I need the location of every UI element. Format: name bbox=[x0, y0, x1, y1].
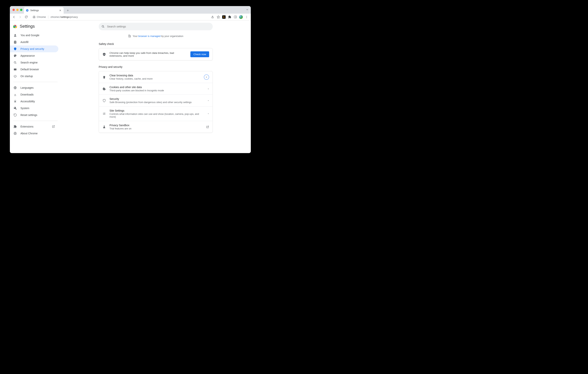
shield-icon bbox=[13, 47, 17, 51]
separator bbox=[48, 16, 48, 19]
sidebar-item-label: Default browser bbox=[21, 68, 39, 71]
section-title: Privacy and security bbox=[99, 65, 213, 68]
sidebar-item-label: Search engine bbox=[21, 61, 38, 64]
svg-point-22 bbox=[104, 114, 104, 114]
privacy-section: Privacy and security Clear browsing data… bbox=[99, 65, 213, 133]
chevron-right-icon[interactable] bbox=[204, 75, 209, 80]
flask-icon bbox=[102, 125, 106, 129]
svg-point-18 bbox=[102, 25, 104, 27]
browser-icon bbox=[13, 68, 17, 71]
row-privacy-sandbox[interactable]: Privacy Sandbox Trial features are on bbox=[99, 121, 212, 133]
bookmark-button[interactable] bbox=[216, 14, 221, 20]
extensions-button[interactable] bbox=[227, 14, 232, 20]
building-icon bbox=[128, 34, 131, 38]
svg-rect-20 bbox=[130, 36, 131, 37]
chevron-right-icon bbox=[208, 88, 209, 90]
brand: Settings bbox=[10, 22, 61, 32]
row-clear-browsing-data[interactable]: Clear browsing data Clear history, cooki… bbox=[99, 71, 212, 83]
cookie-icon bbox=[102, 87, 106, 91]
open-external-icon bbox=[206, 125, 209, 128]
sidebar-item-extensions[interactable]: Extensions bbox=[10, 123, 58, 130]
profile-button[interactable] bbox=[238, 14, 244, 20]
sidebar-item-privacy-security[interactable]: Privacy and security bbox=[10, 45, 58, 52]
nav-list-primary: You and Google Autofill Privacy and secu… bbox=[10, 32, 61, 80]
sidebar-item-label: On startup bbox=[21, 75, 33, 78]
sidebar-item-accessibility[interactable]: Accessibility bbox=[10, 98, 58, 105]
sidebar-item-label: Privacy and security bbox=[21, 47, 44, 50]
power-icon bbox=[13, 75, 17, 78]
tab-title: Settings bbox=[30, 9, 39, 12]
divider bbox=[13, 82, 58, 82]
wrench-icon bbox=[13, 107, 17, 110]
gear-icon bbox=[26, 9, 29, 12]
sidebar-item-appearance[interactable]: Appearance bbox=[10, 52, 58, 59]
sidebar-item-search-engine[interactable]: Search engine bbox=[10, 59, 58, 66]
tab-search-button[interactable] bbox=[246, 8, 249, 11]
sidebar-item-on-startup[interactable]: On startup bbox=[10, 73, 58, 80]
svg-rect-19 bbox=[129, 35, 130, 37]
sidebar-item-label: Downloads bbox=[21, 93, 33, 96]
sidebar-item-downloads[interactable]: Downloads bbox=[10, 91, 58, 98]
managed-link[interactable]: browser is managed bbox=[138, 35, 160, 38]
svg-rect-3 bbox=[234, 16, 237, 18]
sidebar-item-label: About Chrome bbox=[21, 132, 38, 135]
sidebar-item-autofill[interactable]: Autofill bbox=[10, 39, 58, 45]
download-icon bbox=[13, 93, 17, 96]
row-site-settings[interactable]: Site Settings Controls what information … bbox=[99, 106, 212, 121]
section-title: Safety check bbox=[99, 43, 213, 45]
divider bbox=[13, 121, 58, 121]
search-settings[interactable] bbox=[99, 23, 213, 30]
share-button[interactable] bbox=[210, 14, 215, 20]
svg-rect-13 bbox=[14, 68, 16, 69]
search-input[interactable] bbox=[107, 25, 210, 28]
svg-point-15 bbox=[15, 100, 16, 101]
browser-tab[interactable]: Settings bbox=[24, 7, 64, 14]
forward-button[interactable] bbox=[17, 14, 23, 20]
svg-point-5 bbox=[246, 17, 247, 17]
nav-list-footer: Extensions About Chrome bbox=[10, 123, 61, 137]
chrome-logo-icon bbox=[13, 24, 17, 28]
sidebar-item-default-browser[interactable]: Default browser bbox=[10, 66, 58, 73]
svg-point-1 bbox=[33, 16, 35, 18]
reload-button[interactable] bbox=[23, 14, 29, 20]
sidebar-item-you-and-google[interactable]: You and Google bbox=[10, 32, 58, 39]
sidebar-item-system[interactable]: System bbox=[10, 105, 58, 112]
tab-strip: Settings bbox=[10, 6, 251, 14]
back-button[interactable] bbox=[11, 14, 17, 20]
browser-window: Settings Chrome chr bbox=[10, 6, 251, 153]
row-text: Clear browsing data Clear history, cooki… bbox=[109, 74, 200, 80]
close-tab-button[interactable] bbox=[59, 9, 62, 12]
trash-icon bbox=[102, 75, 106, 79]
safety-text: Chrome can help keep you safe from data … bbox=[109, 52, 187, 57]
site-chip: Chrome bbox=[32, 16, 46, 19]
chevron-right-icon bbox=[208, 100, 209, 101]
sidebar: Settings You and Google Autofill Privacy… bbox=[10, 21, 61, 153]
maximize-window-button[interactable] bbox=[20, 9, 22, 11]
shield-icon bbox=[102, 99, 106, 102]
palette-icon bbox=[13, 54, 17, 57]
close-window-button[interactable] bbox=[12, 9, 15, 11]
restore-icon bbox=[13, 113, 17, 117]
row-cookies[interactable]: Cookies and other site data Third-party … bbox=[99, 83, 212, 95]
sidebar-item-label: System bbox=[21, 107, 29, 110]
page-title: Settings bbox=[20, 24, 35, 29]
row-text: Site Settings Controls what information … bbox=[109, 109, 204, 118]
row-text: Cookies and other site data Third-party … bbox=[109, 86, 204, 92]
address-bar[interactable]: Chrome chrome://settings/privacy bbox=[31, 14, 207, 20]
sidebar-item-label: Extensions bbox=[21, 125, 33, 128]
sidebar-item-about[interactable]: About Chrome bbox=[10, 130, 58, 137]
managed-banner: Your browser is managed by your organiza… bbox=[128, 34, 183, 38]
svg-point-21 bbox=[104, 113, 105, 113]
minimize-window-button[interactable] bbox=[16, 9, 19, 11]
svg-point-4 bbox=[246, 16, 247, 16]
extension-k-icon[interactable]: k bbox=[221, 14, 227, 20]
sidebar-item-reset[interactable]: Reset settings bbox=[10, 112, 58, 118]
row-security[interactable]: Security Safe Browsing (protection from … bbox=[99, 95, 212, 106]
search-icon bbox=[101, 25, 105, 28]
menu-button[interactable] bbox=[244, 14, 249, 20]
new-tab-button[interactable] bbox=[65, 8, 71, 13]
side-panel-button[interactable] bbox=[233, 14, 238, 20]
chip-label: Chrome bbox=[37, 16, 46, 18]
sidebar-item-languages[interactable]: Languages bbox=[10, 84, 58, 91]
check-now-button[interactable]: Check now bbox=[190, 51, 209, 57]
